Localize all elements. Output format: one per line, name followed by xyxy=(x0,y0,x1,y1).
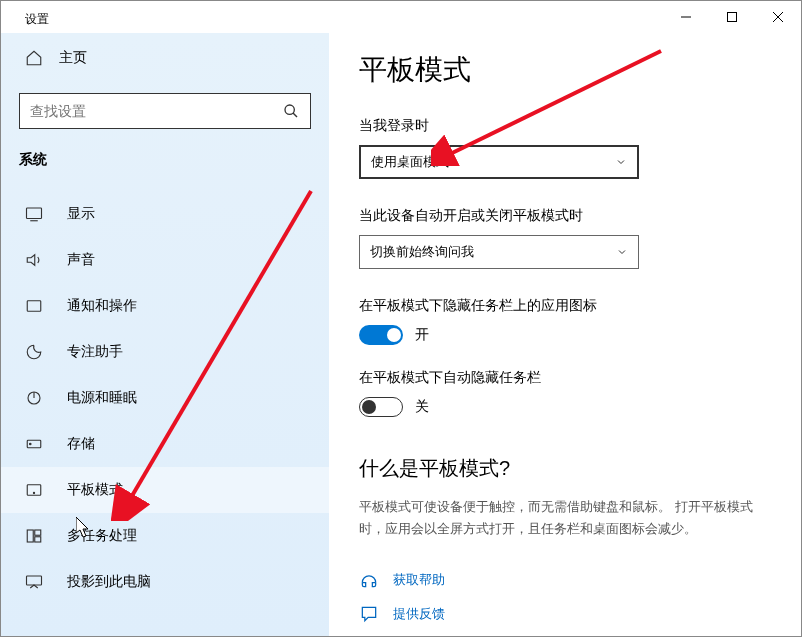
close-button[interactable] xyxy=(755,1,801,33)
title-bar: 设置 xyxy=(1,1,801,33)
sidebar-item-focus[interactable]: 专注助手 xyxy=(1,329,329,375)
hide-taskbar-label: 在平板模式下自动隐藏任务栏 xyxy=(359,369,771,387)
hide-icons-label: 在平板模式下隐藏任务栏上的应用图标 xyxy=(359,297,771,315)
page-title: 平板模式 xyxy=(359,51,771,89)
sound-icon xyxy=(25,251,43,269)
focus-icon xyxy=(25,343,43,361)
home-label: 主页 xyxy=(59,49,87,67)
window-controls xyxy=(663,1,801,33)
multitask-icon xyxy=(25,527,43,545)
hide-icons-toggle[interactable] xyxy=(359,325,403,345)
sidebar-item-label: 平板模式 xyxy=(67,481,123,499)
tablet-icon xyxy=(25,481,43,499)
home-nav[interactable]: 主页 xyxy=(1,41,329,75)
auto-label: 当此设备自动开启或关闭平板模式时 xyxy=(359,207,771,225)
hide-taskbar-toggle[interactable] xyxy=(359,397,403,417)
svg-rect-16 xyxy=(27,530,33,542)
sidebar-item-label: 多任务处理 xyxy=(67,527,137,545)
sidebar-item-label: 存储 xyxy=(67,435,95,453)
sidebar-item-label: 电源和睡眠 xyxy=(67,389,137,407)
svg-rect-17 xyxy=(35,530,41,535)
maximize-button[interactable] xyxy=(709,1,755,33)
feedback-icon xyxy=(359,604,379,624)
svg-point-13 xyxy=(30,443,32,445)
sidebar-item-label: 显示 xyxy=(67,205,95,223)
search-input[interactable] xyxy=(30,103,282,119)
chevron-down-icon xyxy=(616,246,628,258)
svg-rect-6 xyxy=(27,208,42,219)
sidebar-item-label: 声音 xyxy=(67,251,95,269)
feedback-link[interactable]: 提供反馈 xyxy=(393,605,445,623)
what-heading: 什么是平板模式? xyxy=(359,455,771,482)
project-icon xyxy=(25,573,43,591)
signin-select-value: 使用桌面模式 xyxy=(371,153,449,171)
power-icon xyxy=(25,389,43,407)
svg-rect-1 xyxy=(728,13,737,22)
section-header: 系统 xyxy=(1,151,329,181)
storage-icon xyxy=(25,435,43,453)
help-icon xyxy=(359,570,379,590)
notifications-icon xyxy=(25,297,43,315)
display-icon xyxy=(25,205,43,223)
sidebar-item-storage[interactable]: 存储 xyxy=(1,421,329,467)
minimize-button[interactable] xyxy=(663,1,709,33)
sidebar-item-display[interactable]: 显示 xyxy=(1,191,329,237)
sidebar-item-label: 专注助手 xyxy=(67,343,123,361)
sidebar-item-tablet[interactable]: 平板模式 xyxy=(1,467,329,513)
sidebar-item-power[interactable]: 电源和睡眠 xyxy=(1,375,329,421)
svg-point-15 xyxy=(33,492,34,493)
auto-select-value: 切换前始终询问我 xyxy=(370,243,474,261)
chevron-down-icon xyxy=(615,156,627,168)
svg-rect-9 xyxy=(27,301,41,312)
sidebar-item-label: 通知和操作 xyxy=(67,297,137,315)
home-icon xyxy=(25,49,43,67)
svg-line-5 xyxy=(293,113,297,117)
help-link[interactable]: 获取帮助 xyxy=(393,571,445,589)
svg-marker-8 xyxy=(27,255,35,266)
svg-rect-18 xyxy=(35,537,41,542)
window-title: 设置 xyxy=(25,11,49,28)
hide-icons-state: 开 xyxy=(415,326,429,344)
search-icon xyxy=(282,102,300,120)
auto-select[interactable]: 切换前始终询问我 xyxy=(359,235,639,269)
signin-select[interactable]: 使用桌面模式 xyxy=(359,145,639,179)
svg-point-4 xyxy=(285,105,294,114)
signin-label: 当我登录时 xyxy=(359,117,771,135)
what-body: 平板模式可使设备便于触控，而无需借助键盘和鼠标。 打开平板模式时，应用会以全屏方… xyxy=(359,496,771,540)
sidebar-item-multitask[interactable]: 多任务处理 xyxy=(1,513,329,559)
svg-rect-19 xyxy=(27,576,42,585)
sidebar-item-sound[interactable]: 声音 xyxy=(1,237,329,283)
hide-taskbar-state: 关 xyxy=(415,398,429,416)
search-box[interactable] xyxy=(19,93,311,129)
sidebar-item-notifications[interactable]: 通知和操作 xyxy=(1,283,329,329)
sidebar: 主页 系统 显示 声音 通知和操作 xyxy=(1,33,329,636)
sidebar-item-project[interactable]: 投影到此电脑 xyxy=(1,559,329,605)
content-area: 平板模式 当我登录时 使用桌面模式 当此设备自动开启或关闭平板模式时 切换前始终… xyxy=(329,33,801,636)
sidebar-item-label: 投影到此电脑 xyxy=(67,573,151,591)
